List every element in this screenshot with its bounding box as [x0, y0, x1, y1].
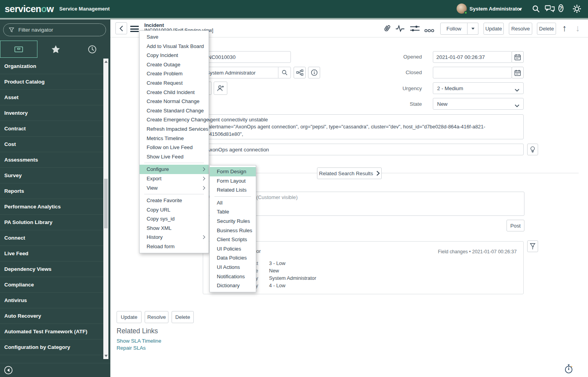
delete-button-footer[interactable]: Delete [172, 311, 194, 323]
menu-item-save[interactable]: Save [140, 32, 209, 42]
collapse-sidebar-icon[interactable] [4, 366, 13, 376]
submenu-item-all[interactable]: All [210, 198, 256, 208]
menu-item-copy-url[interactable]: Copy URL [140, 205, 209, 215]
submenu-item-related-lists[interactable]: Related Lists [210, 185, 256, 195]
submenu-item-business-rules[interactable]: Business Rules [210, 226, 256, 235]
activity-filter-button[interactable] [527, 240, 538, 252]
add-caller-button[interactable] [214, 82, 227, 95]
menu-item-create-request[interactable]: Create Request [140, 78, 209, 88]
filter-navigator-input[interactable] [3, 23, 106, 36]
resolve-button-footer[interactable]: Resolve [145, 311, 168, 323]
sidebar-item-reports[interactable]: Reports [0, 183, 104, 199]
sidebar-item-inventory[interactable]: Inventory [0, 105, 104, 121]
menu-item-create-standard-change[interactable]: Create Standard Change [140, 106, 209, 116]
submenu-item-form-layout[interactable]: Form Layout [210, 176, 256, 186]
menu-item-show-xml[interactable]: Show XML [140, 224, 209, 233]
number-field[interactable] [203, 51, 291, 63]
update-button-footer[interactable]: Update [117, 311, 142, 323]
update-button-header[interactable]: Update [484, 23, 504, 35]
global-search-icon[interactable] [532, 5, 540, 14]
sidebar-item-dependency-views[interactable]: Dependency Views [0, 261, 104, 277]
sidebar-item-organization[interactable]: Organization [0, 59, 104, 74]
sidebar-scrollbar[interactable] [103, 59, 108, 359]
submenu-item-ui-actions[interactable]: UI Actions [210, 263, 256, 272]
show-related-records-button[interactable] [294, 67, 306, 78]
menu-item-add-to-visual-task-board[interactable]: Add to Visual Task Board [140, 42, 209, 51]
sidebar-item-product-catalog[interactable]: Product Catalog [0, 74, 104, 90]
opened-field[interactable] [433, 51, 512, 63]
closed-calendar-button[interactable] [512, 67, 524, 78]
tab-all-applications[interactable] [0, 41, 37, 58]
delete-button-header[interactable]: Delete [537, 23, 556, 35]
activity-pulse-icon[interactable] [395, 24, 405, 34]
closed-field[interactable] [433, 67, 512, 78]
submenu-item-ui-policies[interactable]: UI Policies [210, 244, 256, 254]
related-search-results-button[interactable]: Related Search Results [317, 167, 382, 179]
submenu-item-notifications[interactable]: Notifications [210, 272, 256, 281]
sidebar-item-atf[interactable]: Automated Test Framework (ATF) [0, 324, 104, 340]
menu-item-view[interactable]: View [140, 183, 209, 193]
tab-favorites[interactable] [37, 41, 74, 58]
sidebar-item-auto-recovery[interactable]: Auto Recovery [0, 308, 104, 324]
user-menu[interactable]: System Administrator [469, 6, 522, 12]
menu-item-reload-form[interactable]: Reload form [140, 242, 209, 251]
back-button[interactable] [115, 22, 127, 34]
sidebar-item-performance-analytics[interactable]: Performance Analytics [0, 199, 104, 215]
user-caret-icon[interactable] [519, 9, 522, 11]
gear-icon[interactable] [572, 4, 581, 15]
caller-field[interactable]: System Administrator [203, 67, 291, 78]
submenu-item-form-design[interactable]: Form Design [210, 167, 256, 176]
submenu-item-client-scripts[interactable]: Client Scripts [210, 235, 256, 244]
response-time-stopwatch-icon[interactable] [564, 364, 573, 375]
menu-item-metrics-timeline[interactable]: Metrics Timeline [140, 134, 209, 143]
more-options-icon[interactable] [424, 27, 434, 34]
sidebar-item-assessments[interactable]: Assessments [0, 152, 104, 168]
resolve-button-header[interactable]: Resolve [509, 23, 532, 35]
scroll-to-bottom-icon[interactable]: ↓ [576, 23, 580, 34]
opened-calendar-button[interactable] [512, 51, 524, 63]
context-menu-button[interactable] [130, 25, 139, 33]
submenu-item-dictionary[interactable]: Dictionary [210, 281, 256, 290]
sidebar-item-pa-solution-library[interactable]: PA Solution Library [0, 215, 104, 230]
menu-item-configure[interactable]: Configure [140, 165, 209, 174]
preview-record-button[interactable] [308, 67, 320, 78]
follow-dropdown-button[interactable] [468, 23, 478, 35]
menu-item-create-normal-change[interactable]: Create Normal Change [140, 97, 209, 106]
submenu-item-data-policies[interactable]: Data Policies [210, 253, 256, 263]
suggestion-lightbulb-button[interactable] [527, 144, 538, 155]
help-icon[interactable]: ? [558, 5, 563, 12]
menu-item-create-favorite[interactable]: Create Favorite [140, 196, 209, 205]
scroll-down-arrow-icon[interactable] [104, 355, 108, 357]
sidebar-item-connect[interactable]: Connect [0, 230, 104, 246]
menu-item-create-problem[interactable]: Create Problem [140, 69, 209, 78]
connect-chat-icon[interactable] [545, 5, 555, 14]
caller-lookup-icon[interactable] [278, 67, 290, 78]
urgency-select[interactable]: 2 - Medium [433, 82, 524, 94]
sidebar-item-live-feed[interactable]: Live Feed [0, 246, 104, 261]
scroll-to-top-icon[interactable]: ↑ [562, 23, 567, 34]
menu-item-show-live-feed[interactable]: Show Live Feed [140, 152, 209, 162]
menu-item-copy-sys-id[interactable]: Copy sys_id [140, 214, 209, 224]
submenu-item-security-rules[interactable]: Security Rules [210, 217, 256, 226]
personalize-form-sliders-icon[interactable] [410, 24, 420, 34]
follow-button[interactable]: Follow [440, 23, 468, 35]
repair-slas-link[interactable]: Repair SLAs [117, 345, 146, 351]
sidebar-item-antivirus[interactable]: Antivirus [0, 293, 104, 308]
show-sla-timeline-link[interactable]: Show SLA Timeline [117, 338, 161, 344]
sidebar-item-cost[interactable]: Cost [0, 137, 104, 152]
sidebar-item-compliance[interactable]: Compliance [0, 277, 104, 293]
menu-item-create-emergency-change[interactable]: Create Emergency Change [140, 115, 209, 124]
menu-item-refresh-impacted-services[interactable]: Refresh Impacted Services [140, 124, 209, 134]
tab-history[interactable] [74, 41, 110, 58]
sidebar-item-survey[interactable]: Survey [0, 168, 104, 183]
post-button[interactable]: Post [507, 220, 524, 231]
sidebar-item-contract[interactable]: Contract [0, 121, 104, 137]
menu-item-history[interactable]: History [140, 233, 209, 242]
state-select[interactable]: New [433, 98, 524, 110]
sidebar-item-asset[interactable]: Asset [0, 90, 104, 105]
menu-item-create-outage[interactable]: Create Outage [140, 60, 209, 69]
menu-item-follow-on-live-feed[interactable]: Follow on Live Feed [140, 143, 209, 152]
menu-item-export[interactable]: Export [140, 174, 209, 183]
menu-item-create-child-incident[interactable]: Create Child Incident [140, 88, 209, 97]
submenu-item-table[interactable]: Table [210, 207, 256, 217]
